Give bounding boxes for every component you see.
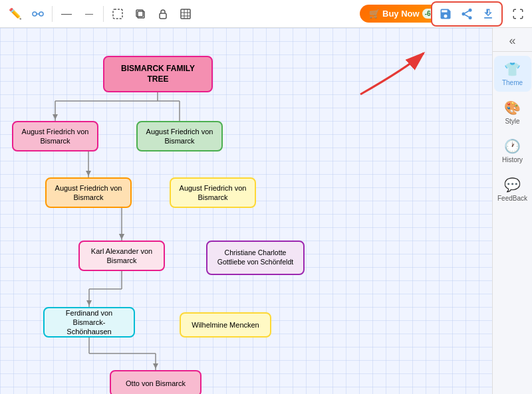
copy-tool-btn[interactable]	[130, 4, 150, 24]
separator-2	[103, 6, 104, 22]
node-9[interactable]: Otto von Bismarck	[110, 370, 201, 394]
node-1[interactable]: August Friedrich von Bismarck	[12, 121, 98, 151]
lock-tool-btn[interactable]	[153, 4, 173, 24]
right-sidebar: « 👕 Theme 🎨 Style 🕐 History 💬 FeedBack	[492, 28, 532, 394]
svg-line-15	[465, 15, 469, 17]
style-label: Style	[505, 118, 519, 125]
theme-icon: 👕	[504, 61, 521, 77]
theme-label: Theme	[502, 79, 523, 86]
separator-1	[52, 6, 53, 22]
connections-svg	[0, 28, 492, 394]
pencil-tool-btn[interactable]: ✏️	[5, 4, 25, 24]
node-2[interactable]: August Friedrich von Bismarck	[136, 121, 223, 151]
feedback-icon: 💬	[504, 177, 521, 193]
title-node[interactable]: BISMARCK FAMILYTREE	[103, 56, 213, 92]
node-5[interactable]: Karl Alexander von Bismarck	[78, 241, 165, 271]
svg-marker-36	[86, 300, 92, 306]
sidebar-item-style[interactable]: 🎨 Style	[494, 94, 531, 130]
node-7[interactable]: Ferdinand von Bismarck-Schönhausen	[43, 307, 135, 338]
svg-point-0	[33, 12, 37, 16]
svg-point-14	[469, 16, 472, 19]
line2-tool-btn[interactable]: —	[79, 4, 99, 24]
feedback-label: FeedBack	[497, 195, 527, 202]
action-buttons-group	[431, 1, 503, 27]
svg-point-13	[462, 12, 466, 15]
export-button[interactable]	[479, 5, 497, 23]
fullscreen-button[interactable]	[508, 4, 528, 24]
buy-now-label: Buy Now	[382, 9, 420, 19]
select-tool-btn[interactable]	[108, 4, 128, 24]
svg-rect-6	[160, 13, 166, 19]
toolbar: ✏️ — — 🛒 Buy Now -60%	[0, 0, 532, 28]
cart-icon: 🛒	[369, 9, 380, 19]
node-3[interactable]: August Friedrich von Bismarck	[45, 177, 132, 208]
main-area: BISMARCK FAMILYTREE August Friedrich von…	[0, 28, 532, 394]
svg-point-1	[39, 12, 43, 16]
node-6[interactable]: Christiane Charlotte Gottliebe von Schön…	[206, 241, 305, 275]
history-label: History	[502, 156, 523, 163]
table-tool-btn[interactable]	[176, 4, 196, 24]
node-8[interactable]: Wilhelmine Mencken	[180, 312, 271, 338]
canvas[interactable]: BISMARCK FAMILYTREE August Friedrich von…	[0, 28, 492, 394]
sidebar-item-feedback[interactable]: 💬 FeedBack	[494, 171, 531, 207]
red-arrow-annotation	[354, 48, 434, 101]
svg-marker-33	[86, 171, 91, 176]
svg-marker-37	[153, 363, 158, 369]
sidebar-item-history[interactable]: 🕐 History	[494, 133, 531, 169]
connect-tool-btn[interactable]	[28, 4, 48, 24]
line1-tool-btn[interactable]: —	[57, 4, 76, 24]
svg-line-16	[465, 11, 469, 13]
share-button[interactable]	[458, 5, 476, 23]
svg-point-12	[469, 8, 472, 11]
svg-rect-3	[113, 9, 122, 19]
sidebar-item-theme[interactable]: 👕 Theme	[494, 56, 531, 92]
svg-marker-32	[53, 114, 58, 120]
style-icon: 🎨	[504, 100, 521, 116]
svg-marker-35	[119, 234, 124, 239]
history-icon: 🕐	[504, 138, 521, 154]
node-4[interactable]: August Friedrich von Bismarck	[170, 177, 256, 208]
collapse-button[interactable]: «	[493, 31, 532, 52]
svg-marker-34	[119, 234, 124, 239]
svg-rect-7	[181, 9, 190, 19]
save-button[interactable]	[436, 5, 455, 23]
